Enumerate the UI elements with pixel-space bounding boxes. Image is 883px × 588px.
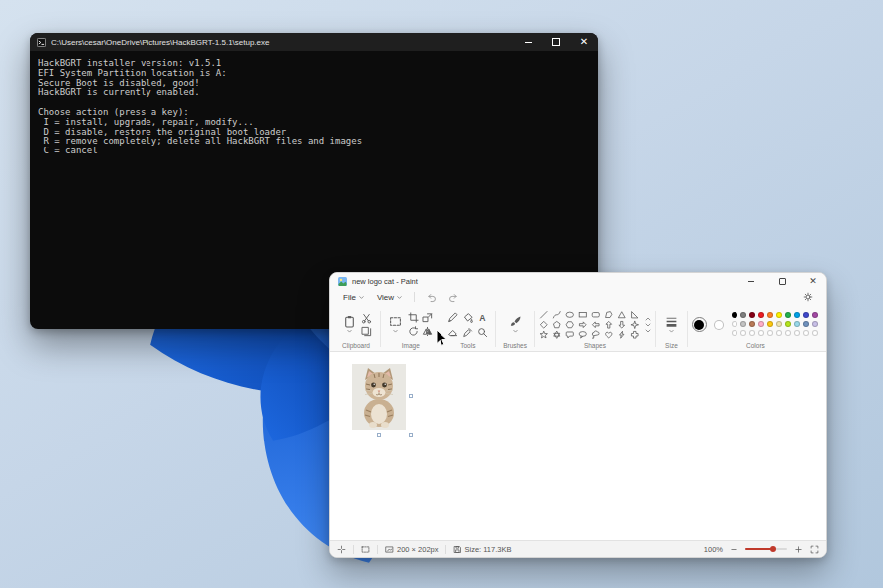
- console-title: C:\Users\cesar\OneDrive\Pictures\HackBGR…: [51, 38, 509, 47]
- menu-view[interactable]: View: [372, 292, 408, 303]
- flip-icon[interactable]: [422, 326, 433, 337]
- shape-rounded-callout[interactable]: [564, 330, 575, 339]
- zoom-slider[interactable]: [745, 548, 787, 550]
- color-swatch[interactable]: [758, 321, 765, 328]
- color-swatch[interactable]: [740, 321, 747, 328]
- console-titlebar[interactable]: C:\Users\cesar\OneDrive\Pictures\HackBGR…: [30, 33, 598, 51]
- paint-minimize-button[interactable]: [738, 273, 764, 289]
- color-swatch[interactable]: [767, 321, 774, 328]
- shape-cloud-callout[interactable]: [590, 330, 601, 339]
- color-swatch[interactable]: [803, 321, 810, 328]
- paint-close-button[interactable]: ✕: [800, 273, 826, 289]
- color-swatch[interactable]: [812, 330, 819, 337]
- paint-titlebar[interactable]: new logo cat - Paint ✕: [330, 273, 826, 289]
- zoom-slider-thumb[interactable]: [770, 546, 776, 552]
- shape-hexagon[interactable]: [564, 320, 575, 329]
- canvas-resize-handle-bottom[interactable]: [377, 433, 381, 437]
- color-swatch[interactable]: [749, 321, 756, 328]
- shape-rounded-rectangle[interactable]: [590, 310, 601, 319]
- color-swatch[interactable]: [749, 330, 756, 337]
- shape-right-triangle[interactable]: [629, 310, 640, 319]
- color-swatch[interactable]: [732, 321, 738, 328]
- color-swatch[interactable]: [803, 312, 810, 319]
- settings-button[interactable]: [798, 291, 818, 303]
- shape-pentagon[interactable]: [551, 320, 562, 329]
- color2-selector[interactable]: [712, 317, 727, 332]
- color-swatch[interactable]: [785, 312, 792, 319]
- paste-button[interactable]: [341, 314, 358, 335]
- paint-window-title: new logo cat - Paint: [352, 277, 734, 286]
- cat-photo[interactable]: [352, 364, 406, 430]
- size-button[interactable]: [663, 314, 680, 335]
- color-swatch[interactable]: [758, 330, 765, 337]
- color-swatch[interactable]: [740, 312, 747, 319]
- shape-four-point-star[interactable]: [629, 320, 640, 329]
- shape-curve[interactable]: [551, 310, 562, 319]
- shape-diamond[interactable]: [538, 320, 549, 329]
- color-swatch[interactable]: [776, 321, 783, 328]
- undo-button[interactable]: [421, 291, 442, 304]
- color-swatch[interactable]: [740, 330, 747, 337]
- shape-down-arrow[interactable]: [616, 320, 627, 329]
- copy-icon[interactable]: [361, 326, 372, 337]
- cut-icon[interactable]: [361, 313, 372, 324]
- canvas-resize-handle-corner[interactable]: [409, 433, 413, 437]
- shape-oval[interactable]: [564, 310, 575, 319]
- crop-icon[interactable]: [408, 312, 419, 323]
- color-swatch[interactable]: [749, 312, 756, 319]
- shape-polygon[interactable]: [603, 310, 614, 319]
- brushes-button[interactable]: [507, 314, 524, 335]
- paint-canvas[interactable]: [330, 352, 826, 540]
- color-swatch[interactable]: [732, 330, 738, 337]
- pencil-tool-button[interactable]: [447, 312, 458, 323]
- resize-icon[interactable]: [422, 312, 433, 323]
- fit-to-window-button[interactable]: [810, 545, 819, 554]
- console-maximize-button[interactable]: [542, 33, 570, 51]
- color-swatch[interactable]: [758, 312, 765, 319]
- magnifier-tool-button[interactable]: [477, 327, 488, 338]
- color-swatch[interactable]: [812, 321, 819, 328]
- shape-heart[interactable]: [603, 330, 614, 339]
- console-close-button[interactable]: ✕: [570, 33, 598, 51]
- color-swatch[interactable]: [767, 312, 774, 319]
- color-swatch[interactable]: [785, 330, 792, 337]
- color-swatch[interactable]: [794, 321, 801, 328]
- color1-dot: [694, 320, 704, 330]
- canvas-resize-handle-right[interactable]: [409, 394, 413, 398]
- shape-options-chevron-icon[interactable]: [644, 328, 652, 334]
- menu-file[interactable]: File: [338, 292, 370, 303]
- zoom-out-button[interactable]: [730, 545, 738, 554]
- fill-tool-button[interactable]: [462, 312, 473, 323]
- shape-right-arrow[interactable]: [577, 320, 588, 329]
- color-swatch[interactable]: [812, 312, 819, 319]
- color-picker-tool-button[interactable]: [462, 327, 473, 338]
- text-tool-button[interactable]: A: [477, 312, 488, 323]
- redo-button[interactable]: [443, 291, 464, 304]
- eraser-tool-button[interactable]: [447, 327, 458, 338]
- paint-maximize-button[interactable]: [769, 273, 795, 289]
- select-button[interactable]: [387, 314, 404, 335]
- shape-oval-callout[interactable]: [577, 330, 588, 339]
- shape-six-point-star[interactable]: [551, 330, 562, 339]
- color-swatch[interactable]: [776, 312, 783, 319]
- shape-left-arrow[interactable]: [590, 320, 601, 329]
- line-size-icon: [665, 315, 678, 328]
- shape-up-arrow[interactable]: [603, 320, 614, 329]
- shape-five-point-star[interactable]: [538, 330, 549, 339]
- shape-lightning[interactable]: [616, 330, 627, 339]
- color-swatch[interactable]: [803, 330, 810, 337]
- rotate-icon[interactable]: [408, 326, 419, 337]
- color-swatch[interactable]: [776, 330, 783, 337]
- shape-rectangle[interactable]: [577, 310, 588, 319]
- console-minimize-button[interactable]: [514, 33, 542, 51]
- shape-triangle[interactable]: [616, 310, 627, 319]
- color-swatch[interactable]: [732, 312, 738, 319]
- shape-cross[interactable]: [629, 330, 640, 339]
- color1-selector[interactable]: [692, 317, 707, 332]
- zoom-in-button[interactable]: [794, 545, 803, 554]
- shape-line[interactable]: [538, 310, 549, 319]
- color-swatch[interactable]: [785, 321, 792, 328]
- color-swatch[interactable]: [794, 330, 801, 337]
- color-swatch[interactable]: [794, 312, 801, 319]
- color-swatch[interactable]: [767, 330, 774, 337]
